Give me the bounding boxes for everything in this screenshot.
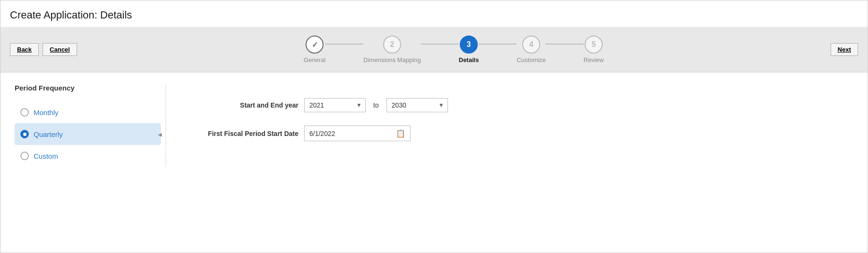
end-year-wrapper: 2030 20312032 ▼ — [386, 98, 448, 112]
end-year-select[interactable]: 2030 20312032 — [386, 98, 448, 112]
start-year-wrapper: 2021 202220232024 ▼ — [304, 98, 366, 112]
radio-item-quarterly[interactable]: Quarterly ◂ — [15, 123, 161, 145]
radio-list: Monthly Quarterly ◂ Custom — [15, 101, 161, 167]
step-2-label: Dimensions Mapping — [363, 56, 421, 63]
toolbar: Back Cancel ✓ General 2 Dimensions Mappi… — [0, 27, 868, 72]
step-3-circle: 3 — [460, 36, 478, 54]
radio-item-monthly[interactable]: Monthly — [15, 101, 161, 123]
connector-1-2 — [325, 44, 363, 45]
right-panel: Start and End year 2021 202220232024 ▼ t… — [166, 84, 853, 167]
step-2-circle: 2 — [383, 36, 401, 54]
period-frequency-title: Period Frequency — [15, 84, 161, 92]
left-panel: Period Frequency Monthly Quarterly ◂ Cus… — [15, 84, 166, 167]
connector-4-5 — [546, 44, 584, 45]
radio-label-custom: Custom — [34, 152, 58, 160]
step-5-circle: 5 — [585, 36, 603, 54]
fiscal-start-date-row: First Fiscal Period Start Date 📋 — [194, 126, 853, 141]
start-end-year-row: Start and End year 2021 202220232024 ▼ t… — [194, 98, 853, 112]
radio-dot-custom — [20, 152, 29, 160]
radio-dot-monthly — [20, 108, 29, 117]
step-4: 4 Customize — [517, 36, 545, 63]
main-content: Period Frequency Monthly Quarterly ◂ Cus… — [0, 72, 868, 178]
start-end-year-label: Start and End year — [194, 101, 298, 109]
toolbar-right: Next — [831, 43, 858, 56]
cancel-button[interactable]: Cancel — [43, 43, 77, 56]
stepper: ✓ General 2 Dimensions Mapping 3 Details… — [77, 36, 831, 63]
toolbar-left: Back Cancel — [10, 43, 77, 56]
step-1-label: General — [304, 56, 325, 63]
step-1-circle: ✓ — [306, 36, 324, 54]
step-3: 3 Details — [459, 36, 479, 63]
scroll-arrow-icon: ◂ — [158, 130, 162, 139]
fiscal-date-input-wrapper: 📋 — [304, 126, 411, 141]
page-title: Create Application: Details — [0, 0, 868, 27]
back-button[interactable]: Back — [10, 43, 39, 56]
connector-2-3 — [421, 44, 459, 45]
step-5-label: Review — [584, 56, 604, 63]
radio-label-monthly: Monthly — [34, 108, 59, 117]
radio-dot-quarterly — [20, 130, 29, 138]
step-3-label: Details — [459, 56, 479, 63]
fiscal-date-input[interactable] — [309, 130, 392, 137]
radio-item-custom[interactable]: Custom — [15, 145, 161, 167]
calendar-icon[interactable]: 📋 — [396, 129, 405, 138]
start-year-select[interactable]: 2021 202220232024 — [304, 98, 366, 112]
step-2: 2 Dimensions Mapping — [363, 36, 421, 63]
step-5: 5 Review — [584, 36, 604, 63]
radio-label-quarterly: Quarterly — [34, 130, 63, 138]
to-label: to — [371, 101, 381, 109]
step-1: ✓ General — [304, 36, 325, 63]
step-4-circle: 4 — [522, 36, 540, 54]
page-wrapper: Create Application: Details Back Cancel … — [0, 0, 868, 253]
next-button[interactable]: Next — [831, 43, 858, 56]
step-4-label: Customize — [517, 56, 545, 63]
fiscal-start-date-label: First Fiscal Period Start Date — [194, 130, 298, 137]
connector-3-4 — [479, 44, 517, 45]
